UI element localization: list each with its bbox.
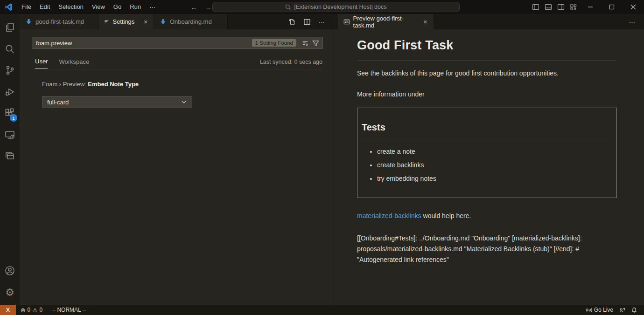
menu-run[interactable]: Run <box>126 2 145 12</box>
close-tab-icon[interactable]: × <box>142 18 149 26</box>
go-live-label: Go Live <box>594 307 613 313</box>
footer-line: [[Onboarding#Tests]: ../Onboarding.md "O… <box>357 233 617 244</box>
close-window-button[interactable] <box>623 0 644 14</box>
search-icon <box>285 4 291 10</box>
chevron-down-icon <box>181 99 187 105</box>
explorer-icon[interactable] <box>0 17 20 38</box>
link-suffix-text: would help here. <box>421 212 471 219</box>
footer-line: proposals/materialized-backlinks.md "Mat… <box>357 244 617 254</box>
list-item: create a note <box>377 147 612 157</box>
minimize-button[interactable] <box>580 0 601 14</box>
source-control-icon[interactable] <box>0 60 20 81</box>
editor-group-left: good-first-task.md Settings × Onboarding… <box>20 14 334 305</box>
menu-file[interactable]: File <box>17 2 35 12</box>
split-editor-icon[interactable] <box>301 16 313 28</box>
embedded-note-list: create a note create backlinks try embed… <box>362 147 612 184</box>
extensions-badge: 1 <box>10 114 17 122</box>
activity-bar: 1 ⚙ <box>0 14 20 305</box>
run-debug-icon[interactable] <box>0 81 20 103</box>
embedded-note-card: Tests create a note create backlinks try… <box>357 108 617 198</box>
preview-paragraph: See the backlinks of this page for good … <box>357 68 617 78</box>
clear-search-icon[interactable] <box>300 38 310 48</box>
settings-search-value: foam.preview <box>36 40 252 47</box>
preview-paragraph: More information under <box>357 89 617 99</box>
toggle-panel-icon[interactable] <box>542 0 554 14</box>
embed-note-type-select[interactable]: full-card <box>42 96 192 108</box>
setting-title: Foam › Preview: Embed Note Type <box>42 81 192 88</box>
link-references-text: [[Onboarding#Tests]: ../Onboarding.md "O… <box>357 233 617 265</box>
tab-label: good-first-task.md <box>35 18 84 25</box>
tab-label: Settings <box>112 18 134 25</box>
navigate-back-icon[interactable]: ← <box>190 3 197 11</box>
customize-layout-icon[interactable] <box>567 0 580 14</box>
more-actions-icon[interactable]: ⋯ <box>626 16 638 28</box>
tab-preview-good-first-task[interactable]: Preview good-first-task.md × <box>338 14 434 29</box>
command-center-label: [Extension Development Host] docs <box>294 4 386 10</box>
menu-selection[interactable]: Selection <box>54 2 87 12</box>
vscode-window: File Edit Selection View Go Run ⋯ ← → [E… <box>0 0 644 315</box>
toggle-primary-sidebar-icon[interactable] <box>529 0 542 14</box>
scope-tab-workspace[interactable]: Workspace <box>59 55 89 68</box>
toggle-secondary-sidebar-icon[interactable] <box>554 0 567 14</box>
menu-edit[interactable]: Edit <box>35 2 54 12</box>
tab-label: Preview good-first-task.md <box>353 15 414 29</box>
last-synced-label: Last synced: 0 secs ago <box>260 59 322 65</box>
error-count: 0 <box>27 307 30 313</box>
manage-gear-icon[interactable]: ⚙ <box>0 281 20 303</box>
scope-tab-user[interactable]: User <box>35 55 48 68</box>
remote-explorer-icon[interactable] <box>0 124 20 145</box>
select-value: full-card <box>47 99 69 106</box>
title-bar: File Edit Selection View Go Run ⋯ ← → [E… <box>0 0 644 14</box>
markdown-file-icon <box>160 18 167 25</box>
open-settings-json-icon[interactable] <box>286 16 298 28</box>
settings-list-icon <box>104 18 109 25</box>
vscode-logo-icon <box>4 3 13 11</box>
right-tab-bar: Preview good-first-task.md × ⋯ <box>334 14 644 29</box>
settings-search-input[interactable]: foam.preview 1 Setting Found <box>32 37 323 49</box>
extensions-icon[interactable]: 1 <box>0 103 20 124</box>
go-live-button[interactable]: Go Live <box>583 305 616 315</box>
settings-editor: foam.preview 1 Setting Found User Worksp… <box>20 29 334 305</box>
problems-status[interactable]: ⊗ 0 ⚠ 0 <box>18 305 45 315</box>
list-item: create backlinks <box>377 160 612 170</box>
editor-group-right: Preview good-first-task.md × ⋯ Good Firs… <box>334 14 644 305</box>
left-tab-bar: good-first-task.md Settings × Onboarding… <box>20 14 334 29</box>
navigate-forward-icon[interactable]: → <box>205 3 212 11</box>
error-icon: ⊗ <box>21 307 25 314</box>
warning-count: 0 <box>39 307 42 313</box>
close-tab-icon[interactable]: × <box>422 18 429 26</box>
filter-icon[interactable] <box>310 38 321 48</box>
markdown-preview-pane: Good First Task See the backlinks of thi… <box>334 29 644 305</box>
tab-settings[interactable]: Settings × <box>98 14 154 29</box>
setting-name: Embed Note Type <box>88 81 139 88</box>
footer-line: "Autogenerated link references" <box>357 254 617 265</box>
feedback-icon[interactable] <box>616 305 628 315</box>
tab-good-first-task[interactable]: good-first-task.md <box>20 14 98 29</box>
materialized-backlinks-link[interactable]: materialized-backlinks <box>357 212 421 219</box>
vim-mode-status[interactable]: -- NORMAL -- <box>49 305 89 315</box>
tab-onboarding[interactable]: Onboarding.md <box>154 14 228 29</box>
notifications-bell-icon[interactable] <box>628 305 640 315</box>
settings-scope-row: User Workspace Last synced: 0 secs ago <box>32 55 322 69</box>
settings-count-badge: 1 Setting Found <box>252 39 296 47</box>
markdown-preview-icon <box>343 18 350 26</box>
menu-go[interactable]: Go <box>109 2 126 12</box>
tab-label: Onboarding.md <box>170 18 212 25</box>
maximize-button[interactable] <box>601 0 623 14</box>
menu-more-ellipsis-icon[interactable]: ⋯ <box>145 4 161 11</box>
more-actions-icon[interactable]: ⋯ <box>316 16 328 28</box>
warning-icon: ⚠ <box>32 307 37 314</box>
status-bar: ⊗ 0 ⚠ 0 -- NORMAL -- Go Live <box>0 305 644 315</box>
menu-view[interactable]: View <box>88 2 109 12</box>
setting-category: Foam › Preview: <box>42 81 88 88</box>
remote-indicator[interactable] <box>0 305 16 315</box>
preview-paragraph: materialized-backlinks would help here. <box>357 211 617 221</box>
accounts-icon[interactable] <box>0 260 20 281</box>
windows-stack-icon[interactable] <box>0 145 20 167</box>
setting-embed-note-type: Foam › Preview: Embed Note Type full-car… <box>42 81 192 108</box>
preview-title: Good First Task <box>357 36 617 61</box>
markdown-file-icon <box>25 18 32 25</box>
command-center-search[interactable]: [Extension Development Host] docs <box>212 2 460 12</box>
search-view-icon[interactable] <box>0 38 20 60</box>
list-item: try embedding notes <box>377 174 612 184</box>
